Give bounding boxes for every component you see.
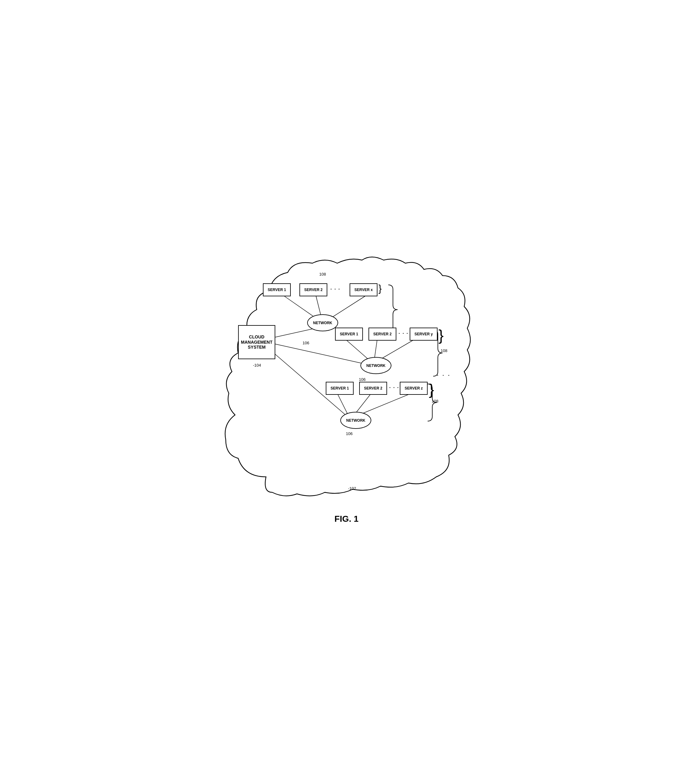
network-bot-label: NETWORK — [346, 418, 365, 423]
server1-bot-label: SERVER 1 — [331, 386, 349, 390]
network-mid-ellipse: NETWORK — [360, 357, 392, 374]
network-top-ellipse: NETWORK — [307, 314, 338, 331]
figure-caption: FIG. 1 — [334, 514, 359, 524]
network-bot-ellipse: NETWORK — [340, 412, 371, 429]
diagram-container: CLOUD MANAGEMENT SYSTEM NETWORK NETWORK … — [219, 254, 474, 502]
cms-box: CLOUD MANAGEMENT SYSTEM — [238, 325, 275, 359]
svg-line-5 — [329, 294, 368, 319]
label-108-top: 108 — [319, 272, 326, 277]
label-102: -102 — [348, 486, 356, 491]
svg-line-0 — [274, 328, 316, 338]
serverz-bot-box: SERVER z — [400, 382, 428, 395]
label-106-top: 106 — [303, 341, 309, 345]
label-104: -104 — [253, 363, 261, 367]
network-mid-label: NETWORK — [366, 364, 385, 368]
label-108-bot: 108 — [432, 399, 438, 404]
cms-label: CLOUD MANAGEMENT SYSTEM — [241, 334, 273, 350]
serverx-top-label: SERVER x — [354, 288, 372, 292]
svg-line-8 — [380, 338, 418, 359]
network-top-label: NETWORK — [313, 321, 332, 325]
server2-mid-label: SERVER 2 — [373, 332, 392, 336]
brace-108-mid: } — [438, 328, 444, 343]
dots-bot: · · · — [389, 385, 399, 390]
server2-bot-label: SERVER 2 — [364, 386, 382, 390]
server1-bot-box: SERVER 1 — [326, 382, 354, 395]
dots-vertical-mid: ··· — [435, 375, 451, 378]
server1-mid-box: SERVER 1 — [335, 328, 363, 341]
label-108-mid: 108 — [441, 348, 448, 353]
server1-mid-label: SERVER 1 — [340, 332, 358, 336]
server1-top-label: SERVER 1 — [268, 288, 286, 292]
brace-108-top: } — [379, 283, 382, 293]
dots-mid: · · · — [398, 331, 408, 336]
server2-top-label: SERVER 2 — [304, 288, 323, 292]
svg-line-9 — [337, 393, 348, 415]
label-106-mid: 106 — [359, 377, 366, 382]
servery-mid-label: SERVER y — [414, 332, 433, 336]
brace-108-bot: } — [429, 382, 434, 397]
svg-line-7 — [374, 338, 377, 359]
serverx-top-box: SERVER x — [350, 283, 377, 296]
server2-bot-box: SERVER 2 — [359, 382, 387, 395]
servery-mid-box: SERVER y — [410, 328, 438, 341]
serverz-bot-label: SERVER z — [405, 386, 423, 390]
server1-top-box: SERVER 1 — [263, 283, 291, 296]
svg-line-1 — [274, 344, 371, 366]
svg-line-11 — [359, 393, 412, 415]
label-106-bot: 106 — [346, 432, 353, 436]
dots-top: · · · — [331, 287, 340, 292]
svg-line-3 — [281, 294, 317, 319]
server2-top-box: SERVER 2 — [300, 283, 327, 296]
page-container: CLOUD MANAGEMENT SYSTEM NETWORK NETWORK … — [207, 242, 486, 542]
svg-line-6 — [343, 338, 368, 359]
server2-mid-box: SERVER 2 — [369, 328, 396, 341]
